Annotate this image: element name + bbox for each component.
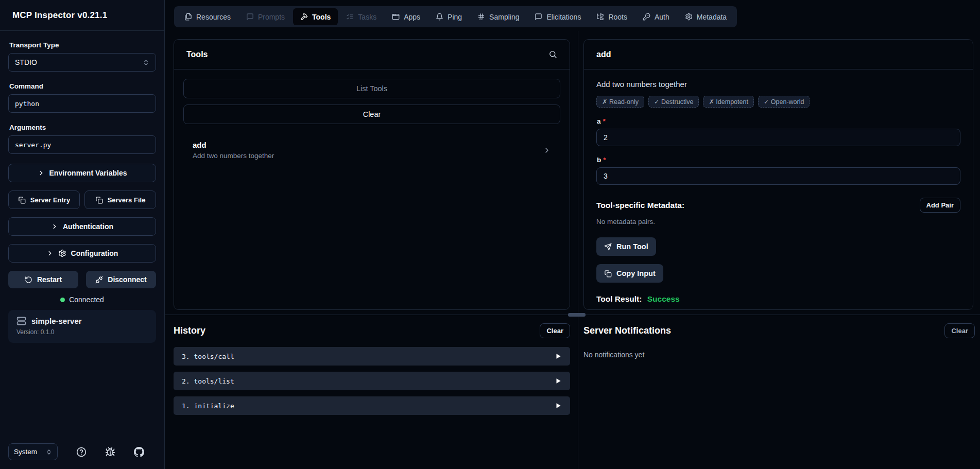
copy-icon: [95, 196, 103, 204]
run-tool-button[interactable]: Run Tool: [596, 237, 656, 256]
server-notifications-title: Server Notifications: [583, 325, 671, 336]
tool-detail-title: add: [596, 50, 611, 59]
history-title: History: [174, 325, 205, 336]
field-b-input[interactable]: [596, 167, 960, 185]
mcp-inspector-app: MCP Inspector v0.21.1 Transport Type STD…: [0, 0, 980, 469]
notifications-empty-text: No notifications yet: [583, 351, 975, 359]
clear-notifications-button[interactable]: Clear: [944, 323, 975, 338]
tab-metadata[interactable]: Metadata: [678, 8, 734, 25]
sidebar-body: Transport Type STDIO Command Arguments E…: [0, 31, 164, 343]
top-nav: Resources Prompts Tools Tasks Apps Ping …: [174, 6, 737, 27]
tab-elicitations[interactable]: Elicitations: [527, 8, 588, 25]
sidebar-footer: System: [8, 443, 156, 460]
copy-input-button[interactable]: Copy Input: [596, 264, 663, 283]
app-title: MCP Inspector v0.21.1: [12, 10, 107, 21]
command-input[interactable]: [8, 94, 156, 113]
badge-idempotent: ✗ Idempotent: [703, 96, 754, 108]
list-tools-button[interactable]: List Tools: [183, 79, 560, 98]
tools-panel: Tools List Tools Clear add Add two numbe…: [174, 39, 570, 310]
tool-name: add: [193, 141, 274, 149]
tool-list-item-add[interactable]: add Add two numbers together: [183, 141, 560, 160]
restart-label: Restart: [37, 275, 62, 284]
files-icon: [184, 13, 192, 21]
metadata-heading: Tool-specific Metadata:: [596, 201, 684, 210]
app-window-icon: [392, 13, 400, 21]
connected-dot-icon: [60, 298, 65, 302]
arguments-label: Arguments: [9, 124, 156, 131]
transport-type-value: STDIO: [15, 58, 37, 66]
authentication-label: Authentication: [63, 222, 113, 231]
play-icon: [555, 402, 562, 409]
tab-auth[interactable]: Auth: [635, 8, 677, 25]
authentication-toggle[interactable]: Authentication: [8, 217, 156, 236]
key-icon: [643, 13, 650, 21]
theme-select-value: System: [14, 448, 37, 456]
server-entry-button[interactable]: Server Entry: [8, 190, 80, 209]
github-button[interactable]: [134, 447, 144, 457]
play-icon: [555, 353, 562, 360]
configuration-label: Configuration: [71, 249, 118, 257]
servers-file-button[interactable]: Servers File: [84, 190, 156, 209]
search-tools-button[interactable]: [548, 50, 557, 59]
bell-icon: [436, 13, 443, 21]
search-icon: [548, 50, 557, 59]
tab-resources[interactable]: Resources: [177, 8, 238, 25]
chevron-right-icon: [543, 146, 551, 154]
theme-select[interactable]: System: [8, 443, 58, 460]
tool-result-value: Success: [647, 294, 680, 303]
tool-result-line: Tool Result: Success: [596, 294, 960, 304]
send-icon: [604, 243, 612, 251]
tab-apps[interactable]: Apps: [385, 8, 427, 25]
connection-buttons-row: Restart Disconnect: [8, 271, 156, 288]
tab-ping[interactable]: Ping: [428, 8, 469, 25]
server-buttons-row: Server Entry Servers File: [8, 190, 156, 209]
clear-tools-button[interactable]: Clear: [183, 105, 560, 124]
chevrons-up-down-icon: [46, 449, 52, 455]
chevron-right-icon: [51, 223, 58, 230]
chevron-right-icon: [38, 169, 45, 177]
configuration-toggle[interactable]: Configuration: [8, 244, 156, 263]
sidebar: MCP Inspector v0.21.1 Transport Type STD…: [0, 0, 165, 469]
help-button[interactable]: [76, 447, 87, 457]
tool-detail-description: Add two numbers together: [596, 80, 960, 89]
tab-roots[interactable]: Roots: [589, 8, 634, 25]
server-icon: [16, 316, 26, 326]
tab-tasks[interactable]: Tasks: [339, 8, 384, 25]
transport-type-select[interactable]: STDIO: [8, 53, 156, 72]
history-item-tools-call[interactable]: 3. tools/call: [174, 347, 570, 366]
gear-icon: [58, 249, 66, 257]
history-section: History Clear 3. tools/call 2. tools/lis…: [174, 315, 570, 415]
environment-variables-toggle[interactable]: Environment Variables: [8, 164, 156, 182]
field-a-input[interactable]: [596, 129, 960, 146]
tool-annotation-badges: ✗ Read-only ✓ Destructive ✗ Idempotent ✓…: [596, 96, 960, 108]
tab-tools[interactable]: Tools: [293, 8, 338, 25]
history-item-tools-list[interactable]: 2. tools/list: [174, 372, 570, 390]
tool-detail-panel: add Add two numbers together ✗ Read-only…: [583, 39, 973, 310]
add-pair-button[interactable]: Add Pair: [920, 198, 960, 213]
servers-file-label: Servers File: [108, 196, 146, 204]
transport-type-label: Transport Type: [9, 41, 156, 49]
arguments-input[interactable]: [8, 135, 156, 154]
restart-button[interactable]: Restart: [8, 271, 78, 288]
sidebar-header: MCP Inspector v0.21.1: [0, 0, 164, 31]
badge-open-world: ✓ Open-world: [758, 96, 810, 108]
chevron-right-icon: [46, 250, 54, 257]
disconnect-button[interactable]: Disconnect: [86, 271, 156, 288]
hash-icon: [477, 13, 485, 21]
tool-result-label: Tool Result:: [596, 294, 642, 303]
history-item-initialize[interactable]: 1. initialize: [174, 396, 570, 415]
copy-icon: [18, 196, 26, 204]
tab-sampling[interactable]: Sampling: [470, 8, 526, 25]
arguments-group: Arguments: [8, 124, 156, 154]
clear-history-button[interactable]: Clear: [540, 323, 570, 338]
run-tool-label: Run Tool: [616, 242, 648, 251]
message-square-icon: [246, 13, 254, 21]
badge-destructive: ✓ Destructive: [648, 96, 699, 108]
connection-status: Connected: [8, 296, 156, 304]
play-icon: [555, 377, 562, 385]
copy-input-label: Copy Input: [616, 269, 656, 277]
bug-report-button[interactable]: [105, 447, 115, 457]
splitter-grip-handle[interactable]: [568, 313, 586, 317]
tab-prompts[interactable]: Prompts: [239, 8, 292, 25]
list-checks-icon: [346, 13, 354, 21]
